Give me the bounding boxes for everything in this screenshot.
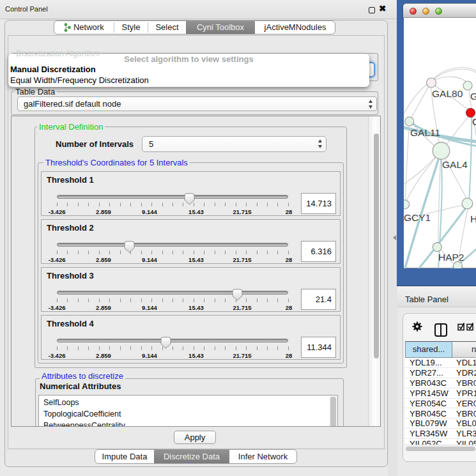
svg-text:G.: G. [470,91,476,102]
svg-text:GCY1: GCY1 [404,212,431,223]
svg-text:GAL11: GAL11 [410,127,440,138]
svg-text:GAL4: GAL4 [442,159,468,170]
svg-text:GAL80: GAL80 [432,88,463,99]
svg-text:H: H [470,213,476,224]
svg-text:HAP2: HAP2 [438,252,464,263]
svg-text:C: C [472,116,476,127]
